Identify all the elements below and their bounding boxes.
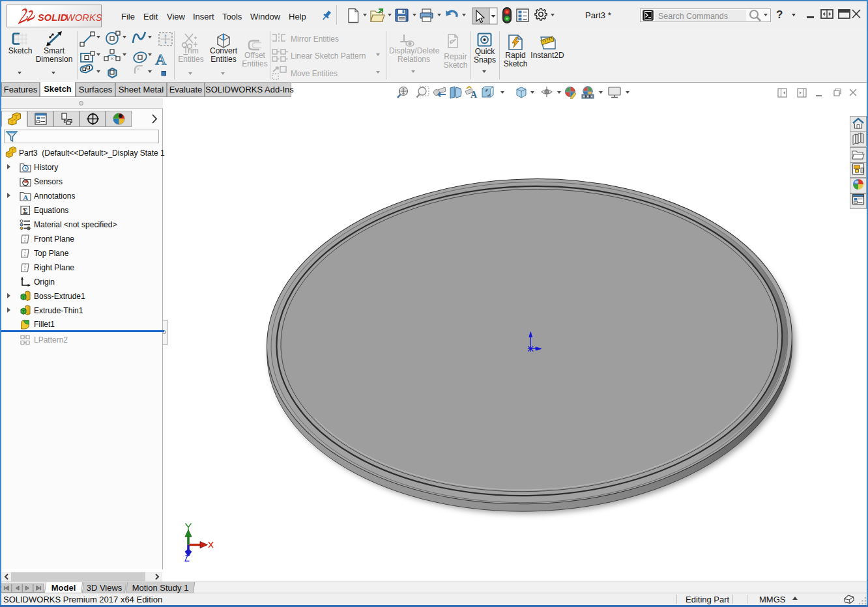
svg-text:Σ: Σ — [23, 207, 28, 215]
svg-text:A: A — [23, 193, 28, 201]
svg-text:A: A — [470, 90, 478, 100]
svg-text:A: A — [155, 51, 167, 68]
